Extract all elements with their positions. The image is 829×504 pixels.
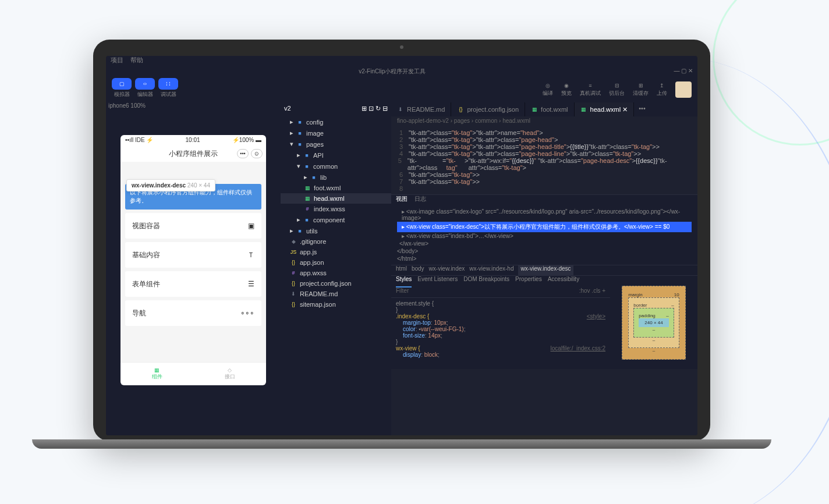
styles-toggles[interactable]: :hov .cls +: [579, 288, 605, 297]
style-tab-accessibility[interactable]: Accessibility: [548, 276, 579, 288]
style-tab-dom-breakpoints[interactable]: DOM Breakpoints: [463, 276, 509, 288]
tree-item-app.js[interactable]: JSapp.js: [281, 247, 391, 257]
crumb-wx-view.index[interactable]: wx-view.index: [429, 265, 465, 275]
tab-README.md[interactable]: ⬇README.md: [391, 102, 451, 116]
crumb-wx-view.index-hd[interactable]: wx-view.index-hd: [469, 265, 513, 275]
action-upload[interactable]: ↥上传: [657, 83, 667, 97]
simulator-panel: iphone6 100% ••ıll IDE ⚡ 10:01 ⚡100% ▬ 小…: [106, 102, 281, 435]
action-remote-debug[interactable]: ≡真机调试: [580, 83, 601, 97]
window-title: v2-FinClip小程序开发工具: [359, 68, 426, 76]
css-rules[interactable]: element.style { } .index-desc {<style> m…: [391, 298, 610, 360]
tree-item-sitemap.json[interactable]: {}sitemap.json: [281, 299, 391, 310]
capsule-more-icon[interactable]: •••: [237, 149, 249, 158]
tree-item-lib[interactable]: ▸ ■lib: [281, 172, 391, 183]
sim-device-label: iphone6 100%: [106, 102, 281, 112]
main-toolbar: ▢模拟器 ‹›编辑器 ⫶⫶调试器 ◎编译 ◉预览 ≡真机调试 ⊟切后台 ⊞清缓存…: [106, 77, 697, 102]
tree-item-head.wxml[interactable]: ▦head.wxml: [281, 193, 391, 204]
list-icon: ☰: [248, 280, 254, 288]
tool-simulator[interactable]: ▢模拟器: [112, 78, 132, 101]
style-tab-event-listeners[interactable]: Event Listeners: [417, 276, 458, 288]
box-model: margin 10 border – padding– 240 × 44 – –…: [610, 276, 697, 369]
tree-item-common[interactable]: ▾ ■common: [281, 161, 391, 172]
explorer-actions[interactable]: ⊞ ⊡ ↻ ⊟: [362, 105, 388, 116]
camera-notch: [400, 45, 403, 49]
tree-item-pages[interactable]: ▾ ■pages: [281, 139, 391, 150]
devtab-view[interactable]: 视图: [396, 195, 408, 205]
tab-project.config.json[interactable]: {}project.config.json: [451, 102, 525, 116]
project-root[interactable]: v2: [284, 105, 291, 116]
code-area[interactable]: 1"tk-attr">class="tk-tag"> "tk-attr">nam…: [391, 127, 697, 194]
phone-time: 10:01: [186, 137, 200, 144]
action-compile[interactable]: ◎编译: [543, 83, 553, 97]
tree-item-project.config.json[interactable]: {}project.config.json: [281, 278, 391, 289]
editor-tabs: ⬇README.md{}project.config.json▦foot.wxm…: [391, 102, 697, 116]
text-icon: Ｔ: [247, 250, 254, 260]
action-clear-cache[interactable]: ⊞清缓存: [633, 83, 649, 97]
phone-signal: ••ıll IDE ⚡: [125, 137, 153, 144]
tree-item-index.wxss[interactable]: #index.wxss: [281, 204, 391, 214]
bottom-tab-components[interactable]: ▦组件: [121, 363, 193, 385]
crumb-html[interactable]: html: [396, 265, 407, 275]
tree-item-utils[interactable]: ▸ ■utils: [281, 225, 391, 236]
action-background[interactable]: ⊟切后台: [609, 83, 625, 97]
user-avatar[interactable]: [675, 81, 692, 98]
breadcrumb-path[interactable]: fino-applet-demo-v2 › pages › common › h…: [391, 116, 697, 127]
bottom-tab-api[interactable]: ◇接口: [193, 363, 266, 385]
tree-item-image[interactable]: ▸ ■image: [281, 127, 391, 139]
style-tab-properties[interactable]: Properties: [515, 276, 542, 288]
tree-item-app.json[interactable]: {}app.json: [281, 257, 391, 268]
card-icon: ▣: [248, 222, 254, 230]
laptop-base: [32, 439, 771, 449]
tree-item-.gitignore[interactable]: ◆.gitignore: [281, 236, 391, 247]
crumb-wx-view.index-desc[interactable]: wx-view.index-desc: [518, 265, 573, 275]
styles-tabs: StylesEvent ListenersDOM BreakpointsProp…: [391, 276, 610, 288]
card-nav[interactable]: 导航∘∘∘: [125, 300, 261, 326]
phone-viewport: ••ıll IDE ⚡ 10:01 ⚡100% ▬ 小程序组件展示 •••⊙ w…: [121, 135, 266, 385]
tool-editor[interactable]: ‹›编辑器: [135, 78, 155, 101]
tab-overflow[interactable]: •••: [634, 102, 650, 116]
window-controls[interactable]: — ▢ ✕: [674, 68, 693, 76]
card-form[interactable]: 表单组件☰: [125, 271, 261, 297]
tab-foot.wxml[interactable]: ▦foot.wxml: [525, 102, 574, 116]
tree-item-component[interactable]: ▸ ■component: [281, 214, 391, 225]
tool-debugger[interactable]: ⫶⫶调试器: [158, 78, 178, 101]
phone-battery: ⚡100% ▬: [232, 137, 261, 144]
tree-item-README.md[interactable]: ⬇README.md: [281, 289, 391, 299]
element-breadcrumb[interactable]: htmlbodywx-view.indexwx-view.index-hdwx-…: [391, 265, 697, 275]
menu-project[interactable]: 项目: [111, 56, 123, 66]
tree-item-app.wxss[interactable]: #app.wxss: [281, 268, 391, 278]
menu-bar: 项目 帮助: [106, 56, 697, 66]
card-view-container[interactable]: 视图容器▣: [125, 213, 261, 239]
ide-window: 项目 帮助 v2-FinClip小程序开发工具 — ▢ ✕ ▢模拟器 ‹›编辑器…: [106, 56, 697, 435]
action-preview[interactable]: ◉预览: [561, 83, 572, 97]
title-bar: v2-FinClip小程序开发工具 — ▢ ✕: [106, 66, 697, 77]
editor-panel: ⬇README.md{}project.config.json▦foot.wxm…: [391, 102, 697, 435]
menu-help[interactable]: 帮助: [130, 56, 143, 66]
capsule-close-icon[interactable]: ⊙: [251, 149, 263, 158]
styles-filter[interactable]: Filter: [396, 288, 409, 297]
tree-item-foot.wxml[interactable]: ▦foot.wxml: [281, 183, 391, 193]
tab-head.wxml[interactable]: ▦head.wxml ✕: [575, 102, 635, 116]
inspect-tooltip: wx-view.index-desc 240 × 44: [126, 179, 215, 191]
crumb-body[interactable]: body: [412, 265, 424, 275]
devtab-log[interactable]: 日志: [414, 195, 426, 205]
card-basic-content[interactable]: 基础内容Ｔ: [125, 242, 261, 268]
dom-tree[interactable]: ▸ <wx-image class="index-logo" src="../r…: [391, 205, 697, 265]
phone-page-title: 小程序组件展示: [169, 149, 218, 159]
file-explorer: v2 ⊞ ⊡ ↻ ⊟ ▸ ■config▸ ■image▾ ■pages▸ ■A…: [281, 102, 391, 435]
style-tab-styles[interactable]: Styles: [396, 276, 412, 288]
devtools-panel: 视图 日志 ▸ <wx-image class="index-logo" src…: [391, 194, 697, 369]
tree-item-config[interactable]: ▸ ■config: [281, 116, 391, 127]
dots-icon: ∘∘∘: [240, 309, 254, 317]
tree-item-API[interactable]: ▸ ■API: [281, 150, 391, 161]
laptop-frame: 项目 帮助 v2-FinClip小程序开发工具 — ▢ ✕ ▢模拟器 ‹›编辑器…: [93, 40, 710, 441]
